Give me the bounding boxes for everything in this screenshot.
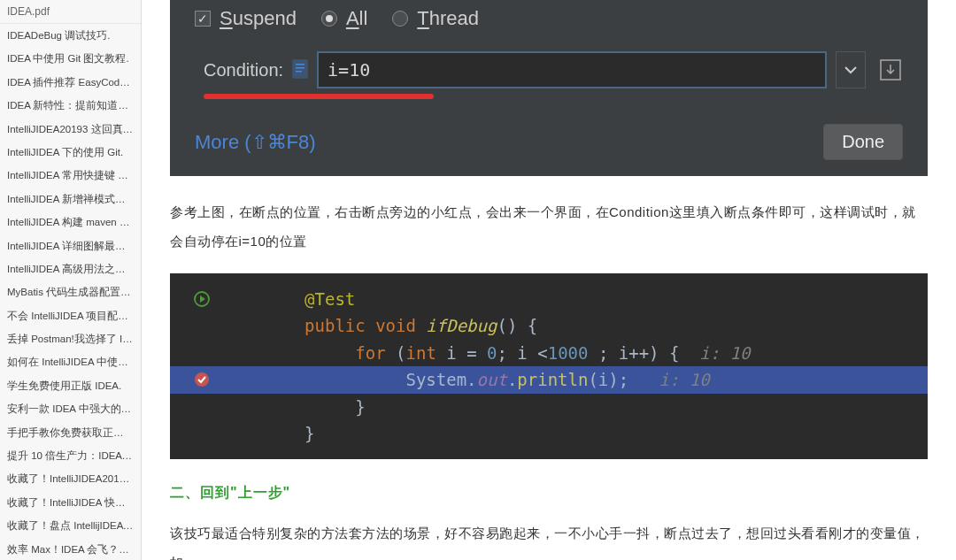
condition-input[interactable] (317, 51, 827, 88)
sidebar-item[interactable]: 收藏了！盘点 IntellijIDEA 那… (0, 514, 141, 537)
sidebar-item[interactable]: IntelliJIDEA 常用快捷键 Ma… (0, 164, 141, 187)
run-arrow-icon[interactable] (170, 291, 234, 307)
sidebar-item[interactable]: 不会 IntelliJIDEA 项目配置… (0, 304, 141, 327)
sidebar-item[interactable]: IDEA 中使用 Git 图文教程. (0, 47, 141, 70)
document-icon (292, 59, 308, 81)
sidebar-title: IDEA.pdf (0, 0, 141, 24)
expand-icon[interactable] (878, 57, 903, 83)
sidebar-item[interactable]: 学生免费使用正版 IDEA. (0, 374, 141, 397)
sidebar-item[interactable]: IntelliJIDEA20193 这回真… (0, 118, 141, 141)
breakpoint-dialog: ✓ Suspend All Thread Condition: (170, 0, 928, 176)
sidebar-item[interactable]: IDEADeBug 调试技巧. (0, 24, 141, 47)
code-sample: @Test public void ifDebug() { for (int i… (170, 273, 928, 459)
sidebar: IDEA.pdf IDEADeBug 调试技巧.IDEA 中使用 Git 图文教… (0, 0, 142, 560)
dropdown-button[interactable] (836, 51, 866, 88)
more-link[interactable]: More (⇧⌘F8) (195, 131, 316, 154)
sidebar-item[interactable]: 丢掉 Postman!我选择了 IDE… (0, 327, 141, 350)
thread-radio[interactable]: Thread (392, 7, 479, 30)
sidebar-item[interactable]: MyBatis 代码生成器配置详… (0, 280, 141, 303)
svg-rect-0 (293, 60, 307, 78)
main-content: ✓ Suspend All Thread Condition: (142, 0, 956, 560)
svg-rect-1 (296, 64, 305, 65)
all-radio[interactable]: All (321, 7, 367, 30)
sidebar-item[interactable]: IntelliJIDEA 构建 maven 多… (0, 211, 141, 234)
sidebar-item[interactable]: IntelliJIDEA 下的使用 Git. (0, 141, 141, 164)
suspend-label-char: S (220, 7, 233, 29)
sidebar-item[interactable]: IntelliJIDEA 高级用法之：集… (0, 257, 141, 280)
radio-icon (321, 11, 337, 27)
sidebar-item[interactable]: 收藏了！IntelliJIDEA2019 … (0, 467, 141, 490)
breakpoint-icon[interactable] (170, 372, 234, 387)
section-heading: 二、回到"上一步" (170, 484, 928, 502)
sidebar-item[interactable]: 如何在 IntelliJIDEA 中使用 Git. (0, 350, 141, 373)
paragraph-2: 该技巧最适合特别复杂的方法套方法的场景，好不容易跑起来，一不小心手一抖，断点过去… (170, 518, 928, 560)
svg-rect-2 (296, 67, 305, 69)
svg-rect-3 (296, 71, 302, 73)
sidebar-item[interactable]: IntelliJIDEA 详细图解最常… (0, 234, 141, 257)
checkbox-icon: ✓ (195, 11, 211, 27)
svg-point-6 (195, 372, 209, 387)
suspend-checkbox[interactable]: ✓ Suspend (195, 7, 297, 30)
chevron-down-icon (844, 65, 857, 74)
paragraph-1: 参考上图，在断点的位置，右击断点旁边的小红点，会出来一个界面，在Conditio… (170, 197, 928, 256)
sidebar-item[interactable]: IDEA 插件推荐 EasyCode 一… (0, 71, 141, 94)
sidebar-item[interactable]: 提升 10 倍生产力：IDEA 远… (0, 444, 141, 467)
sidebar-item[interactable]: 效率 Max！IDEA 会飞？只… (0, 538, 141, 560)
done-button[interactable]: Done (823, 124, 903, 160)
condition-label: Condition: (204, 60, 283, 81)
sidebar-item[interactable]: 手把手教你免费获取正版 Int… (0, 421, 141, 444)
sidebar-item[interactable]: 安利一款 IDEA 中强大的代… (0, 397, 141, 420)
radio-icon (392, 11, 408, 27)
sidebar-item[interactable]: 收藏了！IntelliJIDEA 快捷… (0, 491, 141, 514)
sidebar-item[interactable]: IDEA 新特性：提前知道代… (0, 94, 141, 117)
sidebar-item[interactable]: IntelliJIDEA 新增禅模式和 Li… (0, 188, 141, 211)
